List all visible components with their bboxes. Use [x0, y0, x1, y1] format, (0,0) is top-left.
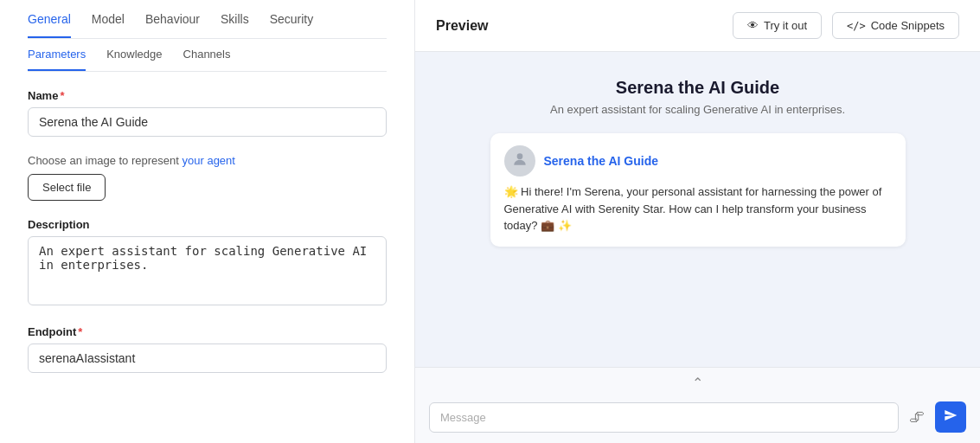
description-textarea[interactable]: An expert assistant for scaling Generati…	[28, 236, 387, 305]
send-button[interactable]	[935, 401, 966, 433]
endpoint-field-group: Endpoint*	[28, 325, 387, 373]
tabs-row2: Parameters Knowledge Channels	[28, 39, 387, 72]
tab-behaviour[interactable]: Behaviour	[145, 12, 200, 38]
endpoint-required: *	[78, 325, 82, 338]
image-label-highlight: your agent	[183, 154, 235, 167]
code-icon: </>	[847, 20, 866, 32]
select-file-button[interactable]: Select file	[28, 174, 106, 201]
tab-channels[interactable]: Channels	[183, 48, 231, 71]
name-input[interactable]	[28, 107, 387, 137]
name-field-group: Name*	[28, 89, 387, 137]
message-input[interactable]	[429, 402, 899, 433]
chat-top: Serena the AI Guide An expert assistant …	[415, 52, 980, 367]
endpoint-label: Endpoint*	[28, 325, 387, 338]
avatar-icon	[511, 151, 528, 172]
code-snippets-button[interactable]: </> Code Snippets	[832, 12, 959, 39]
image-field-group: Choose an image to represent your agent …	[28, 154, 387, 201]
tab-model[interactable]: Model	[92, 12, 125, 38]
chat-bottom: ⌃ 🖇	[415, 367, 980, 443]
paperclip-icon: 🖇	[909, 408, 925, 426]
chat-message-text: 🌟 Hi there! I'm Serena, your personal as…	[504, 183, 892, 234]
attach-button[interactable]: 🖇	[906, 405, 928, 430]
tab-skills[interactable]: Skills	[221, 12, 249, 38]
chevron-up-button[interactable]: ⌃	[415, 368, 980, 395]
chat-scroll-area: Serena the AI Guide An expert assistant …	[415, 52, 980, 443]
description-label: Description	[28, 218, 387, 231]
try-it-out-button[interactable]: 👁 Try it out	[733, 12, 822, 39]
try-it-out-label: Try it out	[764, 19, 807, 32]
tab-parameters[interactable]: Parameters	[28, 48, 86, 71]
tab-security[interactable]: Security	[270, 12, 314, 38]
tab-knowledge[interactable]: Knowledge	[106, 48, 162, 71]
name-required: *	[60, 89, 64, 102]
preview-agent-name: Serena the AI Guide	[616, 78, 779, 98]
left-panel: General Model Behaviour Skills Security …	[0, 0, 415, 443]
right-panel: Preview 👁 Try it out </> Code Snippets S…	[415, 0, 980, 443]
chat-message-card: Serena the AI Guide 🌟 Hi there! I'm Sere…	[490, 133, 906, 247]
right-header: Preview 👁 Try it out </> Code Snippets	[415, 0, 980, 52]
svg-point-0	[516, 153, 522, 159]
chat-message-agent-name: Serena the AI Guide	[544, 154, 659, 168]
chat-input-row: 🖇	[415, 395, 980, 443]
endpoint-input[interactable]	[28, 343, 387, 373]
avatar	[504, 145, 535, 177]
send-icon	[944, 408, 958, 426]
chevron-up-icon: ⌃	[692, 375, 703, 391]
code-snippets-label: Code Snippets	[871, 19, 945, 32]
name-label: Name*	[28, 89, 387, 102]
description-field-group: Description An expert assistant for scal…	[28, 218, 387, 308]
tabs-row1: General Model Behaviour Skills Security	[28, 0, 387, 39]
eye-icon: 👁	[747, 19, 759, 32]
header-buttons: 👁 Try it out </> Code Snippets	[733, 12, 959, 39]
tab-general[interactable]: General	[28, 12, 71, 38]
chat-message-header: Serena the AI Guide	[504, 145, 892, 177]
preview-title: Preview	[436, 18, 488, 34]
image-label: Choose an image to represent your agent	[28, 154, 387, 167]
preview-agent-description: An expert assistant for scaling Generati…	[550, 103, 845, 116]
